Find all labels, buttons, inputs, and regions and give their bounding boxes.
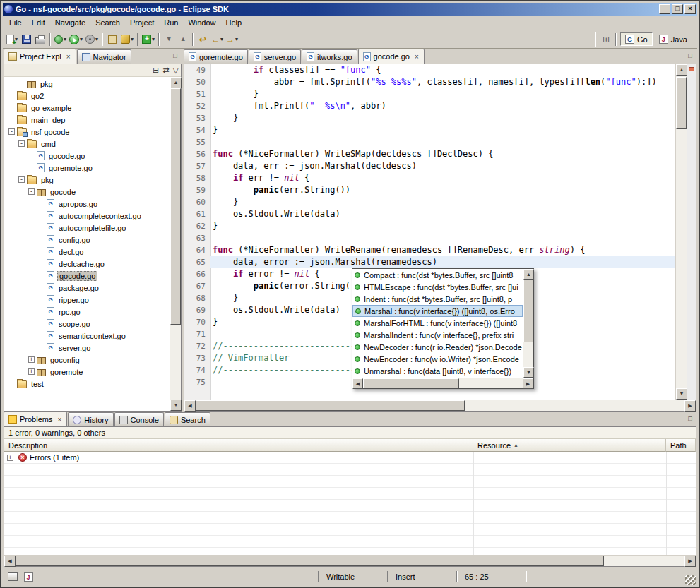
java-fastview-button[interactable]	[21, 569, 35, 584]
minimize-view-button[interactable]: ─	[674, 52, 684, 61]
completion-item[interactable]: Marshal : func(v interface{}) ([]uint8, …	[352, 305, 523, 317]
scroll-track[interactable]	[363, 378, 523, 388]
code-line-60[interactable]: 60 }	[184, 196, 675, 208]
expand-icon[interactable]: +	[28, 368, 35, 375]
menu-project[interactable]: Project	[125, 16, 159, 29]
link-with-editor-button[interactable]: ⇄	[162, 66, 169, 74]
collapse-icon[interactable]: -	[28, 188, 35, 195]
editor-tab-server-go[interactable]: server.go	[249, 49, 301, 64]
scroll-thumb[interactable]	[523, 280, 533, 342]
code-line-64[interactable]: 64func (*NiceFormatter) WriteRename(rena…	[184, 244, 675, 256]
tree-item-gocode[interactable]: -gocode	[4, 186, 170, 198]
open-type-button[interactable]	[105, 32, 119, 47]
tree-item-main-dep[interactable]: main_dep	[4, 114, 170, 126]
minimize-view-button[interactable]: ─	[159, 52, 169, 61]
scroll-thumb[interactable]	[676, 77, 687, 129]
external-tools-button[interactable]: ▾	[84, 32, 100, 47]
editor-tab-itworks-go[interactable]: itworks.go	[302, 49, 357, 64]
scroll-right-icon[interactable]: ▶	[684, 556, 696, 567]
scroll-track[interactable]	[196, 400, 684, 411]
scroll-right-icon[interactable]: ▶	[684, 400, 696, 412]
maximize-view-button[interactable]: □	[685, 414, 695, 424]
view-tab-navigator[interactable]: Navigator	[77, 49, 131, 64]
completion-item[interactable]: Compact : func(dst *bytes.Buffer, src []…	[352, 269, 523, 281]
completion-item[interactable]: NewEncoder : func(w io.Writer) *json.Enc…	[352, 353, 523, 365]
debug-button[interactable]: ▾	[53, 32, 68, 47]
view-menu-button[interactable]: ▽	[173, 66, 179, 74]
tree-item-apropos-go[interactable]: apropos.go	[4, 198, 170, 210]
menu-edit[interactable]: Edit	[27, 16, 50, 29]
completion-item[interactable]: Unmarshal : func(data []uint8, v interfa…	[352, 365, 523, 377]
code-line-65[interactable]: 65 data, error := json.Marshal(renamedes…	[184, 256, 675, 268]
scroll-track[interactable]	[16, 556, 684, 566]
code-line-58[interactable]: 58 if err != nil {	[184, 172, 675, 184]
tree-item-package-go[interactable]: package.go	[4, 282, 170, 294]
scroll-down-icon[interactable]: ▼	[523, 367, 534, 378]
maximize-view-button[interactable]: □	[685, 52, 695, 61]
completion-item[interactable]: MarshalForHTML : func(v interface{}) ([]…	[352, 317, 523, 329]
code-line-54[interactable]: 54}	[184, 124, 675, 136]
popup-hscrollbar[interactable]: ◀ ▶	[352, 378, 533, 388]
view-tab-project-expl[interactable]: Project Expl×	[4, 49, 76, 64]
scroll-thumb[interactable]	[170, 88, 181, 325]
tree-item-go-example[interactable]: go-example	[4, 102, 170, 114]
scroll-up-icon[interactable]: ▲	[523, 269, 534, 280]
collapse-all-button[interactable]: ⊟	[153, 66, 159, 74]
view-tab-history[interactable]: History	[68, 412, 113, 426]
completion-item[interactable]: HTMLEscape : func(dst *bytes.Buffer, src…	[352, 281, 523, 293]
tree-item-pkg[interactable]: pkg	[4, 78, 170, 90]
fast-view-button[interactable]	[6, 569, 20, 584]
expand-icon[interactable]: +	[28, 356, 35, 363]
scroll-right-icon[interactable]: ▶	[523, 378, 533, 389]
tree-item-scope-go[interactable]: scope.go	[4, 318, 170, 330]
scroll-down-icon[interactable]: ▼	[676, 388, 687, 400]
column-header-description[interactable]: Description	[4, 439, 473, 452]
menu-search[interactable]: Search	[90, 16, 125, 29]
collapse-icon[interactable]: -	[18, 176, 25, 183]
new-wizard-button[interactable]: ▾	[5, 32, 19, 47]
overview-ruler[interactable]	[687, 64, 696, 400]
completion-item[interactable]: NewDecoder : func(r io.Reader) *json.Dec…	[352, 341, 523, 353]
resize-grip[interactable]	[685, 575, 696, 585]
code-line-51[interactable]: 51 }	[184, 88, 675, 100]
forward-button[interactable]: →▾	[225, 32, 239, 47]
completion-item[interactable]: Indent : func(dst *bytes.Buffer, src []u…	[352, 293, 523, 305]
scroll-track[interactable]	[523, 280, 533, 367]
menu-window[interactable]: Window	[183, 16, 220, 29]
code-line-62[interactable]: 62}	[184, 220, 675, 232]
view-tab-console[interactable]: Console	[114, 412, 164, 426]
completion-item[interactable]: MarshalIndent : func(v interface{}, pref…	[352, 329, 523, 341]
scroll-thumb[interactable]	[16, 556, 604, 566]
search-button[interactable]: ▾	[119, 32, 135, 47]
scroll-track[interactable]	[676, 76, 687, 388]
print-button[interactable]	[33, 32, 47, 47]
scroll-track[interactable]	[170, 88, 181, 400]
maximize-button[interactable]: □	[672, 4, 683, 14]
maximize-view-button[interactable]: □	[170, 52, 180, 61]
tree-item-pkg[interactable]: -pkg	[4, 174, 170, 186]
tree-item-autocompletefile-go[interactable]: autocompletefile.go	[4, 222, 170, 234]
editor-hscrollbar[interactable]: ◀ ▶	[184, 400, 696, 411]
next-annotation-button[interactable]: ▼	[162, 32, 176, 47]
code-line-53[interactable]: 53 }	[184, 112, 675, 124]
problems-row[interactable]: +Errors (1 item)	[4, 452, 696, 464]
code-line-55[interactable]: 55	[184, 136, 675, 148]
open-perspective-button[interactable]: ⊞	[599, 32, 613, 47]
scroll-left-icon[interactable]: ◀	[352, 378, 363, 389]
tree-item-goremote-go[interactable]: goremote.go	[4, 162, 170, 174]
code-line-52[interactable]: 52 fmt.Printf(" %s\n", abbr)	[184, 100, 675, 112]
tree-item-nsf-gocode[interactable]: -nsf-gocode	[4, 126, 170, 138]
perspective-java-button[interactable]: JJava	[654, 32, 692, 46]
tree-item-gocode-go[interactable]: gocode.go	[4, 270, 170, 282]
scroll-up-icon[interactable]: ▲	[676, 64, 687, 76]
explorer-vscrollbar[interactable]: ▲ ▼	[170, 77, 181, 411]
code-line-56[interactable]: 56func (*NiceFormatter) WriteSMap(declde…	[184, 148, 675, 160]
view-tab-problems[interactable]: Problems×	[4, 412, 67, 426]
code-line-59[interactable]: 59 panic(err.String())	[184, 184, 675, 196]
column-header-path[interactable]: Path	[666, 439, 696, 452]
scroll-down-icon[interactable]: ▼	[170, 400, 182, 411]
menu-run[interactable]: Run	[159, 16, 183, 29]
save-button[interactable]	[19, 32, 33, 47]
menu-navigate[interactable]: Navigate	[50, 16, 90, 29]
editor-tab-gocode-go[interactable]: gocode.go×	[358, 49, 425, 64]
